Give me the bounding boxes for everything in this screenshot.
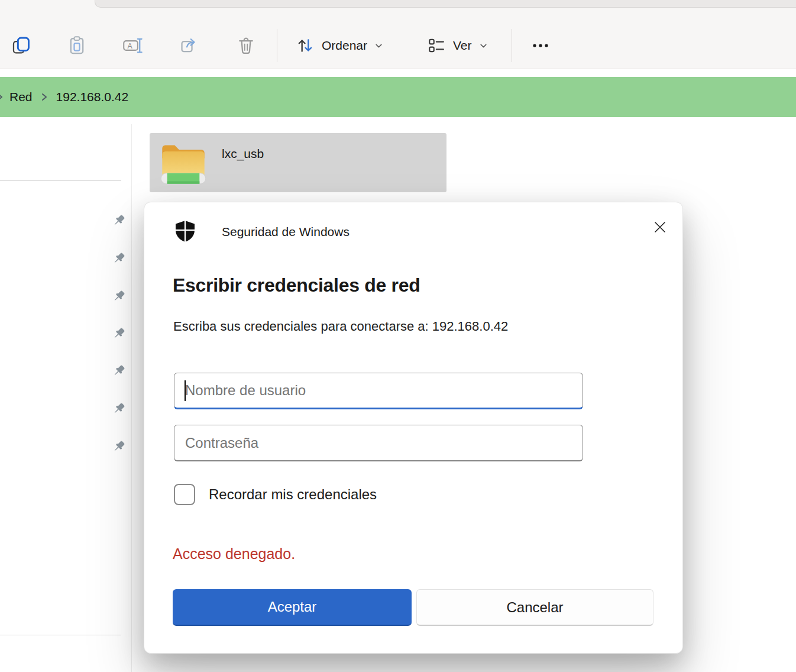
cancel-button[interactable]: Cancelar [416,589,653,626]
file-name: lxc_usb [222,147,264,161]
dialog-subtitle: Escriba sus credenciales para conectarse… [173,319,508,334]
username-field [174,373,583,409]
breadcrumb-host[interactable]: 192.168.0.42 [53,88,132,106]
toolbar-separator [277,29,277,62]
nav-pane-divider [0,180,121,181]
paste-button[interactable] [62,30,92,61]
tab-strip-body [95,0,796,8]
breadcrumb-network[interactable]: Red [6,88,36,106]
sort-label: Ordenar [322,38,367,53]
text-cursor [185,380,186,401]
pin-icon [111,363,127,379]
command-toolbar: A [0,8,796,69]
close-button[interactable] [645,212,675,243]
password-field [174,425,583,461]
address-bar[interactable]: Red 192.168.0.42 [0,77,796,117]
chevron-down-icon [374,41,383,50]
view-icon [427,36,446,55]
more-icon [530,37,551,54]
password-input[interactable] [174,425,583,460]
tab-strip [0,0,796,8]
share-icon [179,35,199,56]
copy-button[interactable] [6,30,37,61]
view-label: Ver [453,38,472,53]
pin-icon [111,251,127,266]
close-icon [653,220,667,234]
pin-icon [111,326,127,341]
more-options-button[interactable] [525,30,556,61]
rename-button[interactable]: A [118,30,148,61]
delete-button[interactable] [231,30,261,61]
pin-icon [111,401,127,416]
remember-label: Recordar mis credenciales [209,486,377,503]
windows-security-dialog: Seguridad de Windows Escribir credencial… [144,202,683,654]
copy-icon [11,35,31,56]
chevron-right-icon [41,92,48,102]
rename-icon: A [122,35,144,56]
toolbar-separator [512,29,512,62]
delete-icon [236,35,256,56]
share-button[interactable] [174,30,205,61]
username-input[interactable] [174,373,583,408]
accept-button[interactable]: Aceptar [173,589,412,626]
dialog-heading: Escribir credenciales de red [173,274,420,296]
pin-icon [111,439,127,454]
svg-text:A: A [127,42,132,50]
paste-icon [67,35,87,56]
network-folder-icon [158,138,208,188]
chevron-right-icon [0,92,4,102]
remember-checkbox[interactable] [174,484,195,505]
pane-separator [131,124,132,672]
file-explorer-window: A [0,0,796,672]
error-message: Acceso denegado. [173,545,295,563]
view-dropdown[interactable]: Ver [421,30,494,61]
shield-icon [175,220,195,243]
dialog-title: Seguridad de Windows [222,225,350,239]
pin-icon [111,213,127,228]
pin-icon [111,289,127,304]
sort-icon [296,36,315,55]
remember-credentials: Recordar mis credenciales [174,484,377,505]
file-row-lxc-usb[interactable]: lxc_usb [150,133,446,192]
nav-pane-divider [0,635,121,635]
chevron-down-icon [479,41,488,50]
sort-dropdown[interactable]: Ordenar [290,30,389,61]
